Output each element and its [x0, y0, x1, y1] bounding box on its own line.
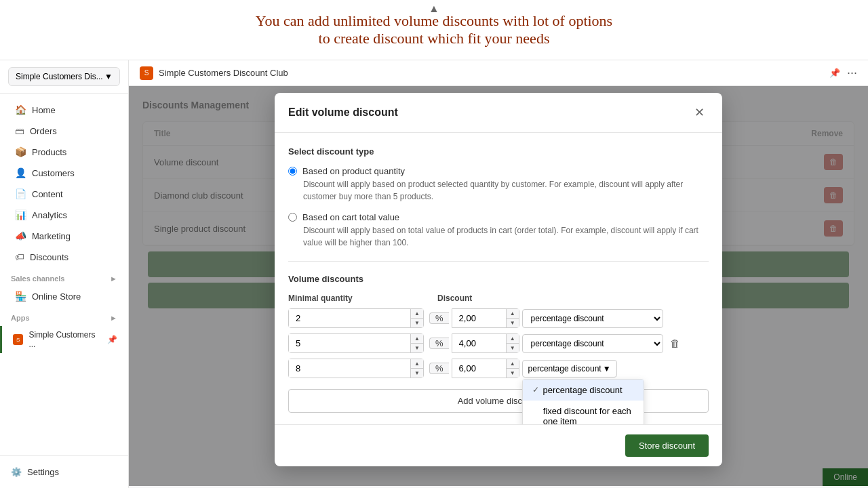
discount-val-input-2[interactable]	[452, 334, 506, 352]
select-chevron-3: ▼	[603, 364, 611, 373]
nav-label-home: Home	[32, 105, 56, 115]
more-button[interactable]: ···	[847, 66, 857, 80]
radio-product-qty[interactable]	[288, 167, 297, 176]
discount-type-select-1[interactable]: percentage discount fixed discount for e…	[522, 309, 663, 328]
min-qty-input-wrap-3: ▲ ▼	[288, 359, 424, 378]
radio-label-product-qty[interactable]: Based on product quantity	[288, 166, 709, 176]
nav-label-marketing: Marketing	[32, 231, 71, 241]
add-volume-discount-button[interactable]: Add volume discount	[288, 389, 709, 413]
min-qty-input-3[interactable]	[289, 359, 410, 378]
app-bar-left: S Simple Customers Discount Club	[140, 66, 288, 80]
sidebar-item-analytics[interactable]: 📊 Analytics	[4, 205, 124, 225]
spinner-up-3[interactable]: ▲	[411, 359, 423, 369]
nav-label-products: Products	[32, 147, 66, 157]
sidebar: Simple Customers Dis... ▼ 🏠 Home 🗃 Order…	[0, 60, 129, 488]
apps-label: Apps	[11, 314, 30, 322]
option-label-fixed-each: fixed discount for each one item	[543, 406, 634, 425]
store-selector[interactable]: Simple Customers Dis... ▼	[0, 60, 128, 94]
modal-header: Edit volume discount ✕	[275, 93, 722, 133]
spinner-disc-up-1[interactable]: ▲	[507, 309, 519, 319]
spinners-3: ▲ ▼	[410, 359, 423, 378]
discount-val-input-3[interactable]	[452, 359, 506, 378]
sidebar-item-customers[interactable]: 👤 Customers	[4, 163, 124, 183]
min-qty-label: Minimal quantity	[288, 293, 424, 303]
radio-cart-value[interactable]	[288, 213, 297, 222]
discount-val-input-1[interactable]	[452, 309, 506, 327]
apps-chevron-icon: ►	[110, 314, 117, 322]
spinner-down-2[interactable]: ▼	[411, 344, 423, 352]
spinner-down-3[interactable]: ▼	[411, 369, 423, 378]
marketing-icon: 📣	[15, 230, 26, 241]
discount-label: Discount	[437, 293, 472, 303]
discount-val-wrap-2: ▲ ▼	[452, 333, 519, 353]
spinner-up-2[interactable]: ▲	[411, 334, 423, 344]
sidebar-item-simple-customers[interactable]: S Simple Customers ... 📌	[0, 326, 128, 353]
spinner-disc-down-3[interactable]: ▼	[507, 369, 519, 378]
radio-text-cart-value: Based on cart total value	[302, 212, 399, 222]
check-icon: ✓	[532, 385, 539, 394]
discount-type-radio-group: Based on product quantity Discount will …	[288, 166, 709, 249]
modal-footer: Store discount	[275, 424, 722, 466]
radio-label-cart-value[interactable]: Based on cart total value	[288, 212, 709, 222]
app-bar: S Simple Customers Discount Club 📌 ···	[129, 60, 868, 86]
settings-item[interactable]: ⚙️ Settings	[11, 463, 117, 481]
discount-type-select-2[interactable]: percentage discount fixed discount for e…	[522, 334, 663, 353]
spinners-disc-2: ▲ ▼	[506, 334, 519, 352]
modal-close-button[interactable]: ✕	[690, 104, 709, 121]
dropdown-option-fixed-each[interactable]: fixed discount for each one item	[523, 401, 644, 425]
min-qty-input-2[interactable]	[289, 334, 410, 352]
discount-val-wrap-3: ▲ ▼	[452, 359, 519, 378]
delete-row-2-btn[interactable]: 🗑	[666, 335, 684, 352]
app-small-icon: S	[13, 334, 23, 345]
store-discount-button[interactable]: Store discount	[625, 434, 709, 457]
chevron-down-icon: ▼	[104, 72, 113, 81]
spinner-disc-up-2[interactable]: ▲	[507, 334, 519, 344]
percent-sign-3: %	[429, 363, 449, 374]
app-bar-title: Simple Customers Discount Club	[159, 68, 288, 78]
discount-type-select-3[interactable]: percentage discount ▼	[522, 360, 617, 378]
top-banner: ▲ You can add unlimited volume discounts…	[0, 0, 868, 60]
content-icon: 📄	[15, 188, 26, 199]
pin-button[interactable]: 📌	[829, 68, 840, 78]
spinner-down-1[interactable]: ▼	[411, 319, 423, 327]
min-qty-input-wrap-2: ▲ ▼	[288, 333, 424, 353]
spinner-disc-down-1[interactable]: ▼	[507, 319, 519, 327]
sidebar-item-home[interactable]: 🏠 Home	[4, 100, 124, 120]
sidebar-item-marketing[interactable]: 📣 Marketing	[4, 226, 124, 246]
sidebar-nav: 🏠 Home 🗃 Orders 📦 Products 👤 Customers 📄…	[0, 94, 128, 455]
sidebar-item-orders[interactable]: 🗃 Orders	[4, 121, 124, 141]
radio-option-product-qty: Based on product quantity Discount will …	[288, 166, 709, 203]
nav-label-discounts: Discounts	[30, 252, 68, 262]
dropdown-option-percentage[interactable]: ✓ percentage discount	[523, 380, 644, 401]
store-dropdown[interactable]: Simple Customers Dis... ▼	[8, 67, 120, 86]
modal-title: Edit volume discount	[288, 106, 398, 119]
products-icon: 📦	[15, 146, 26, 157]
volume-discount-row-2: ▲ ▼ % ▲	[288, 333, 709, 353]
radio-desc-product-qty: Discount will apply based on product sel…	[288, 178, 709, 203]
nav-label-customers: Customers	[32, 168, 75, 178]
sidebar-item-products[interactable]: 📦 Products	[4, 142, 124, 162]
spinners-2: ▲ ▼	[410, 334, 423, 352]
chevron-right-icon: ►	[110, 274, 117, 283]
modal-body: Select discount type Based on product qu…	[275, 133, 722, 424]
spinner-disc-up-3[interactable]: ▲	[507, 359, 519, 369]
percent-sign-1: %	[429, 312, 449, 324]
min-qty-input-1[interactable]	[289, 309, 410, 327]
radio-text-product-qty: Based on product quantity	[302, 166, 405, 176]
spinners-disc-1: ▲ ▼	[506, 309, 519, 327]
spinner-disc-down-2[interactable]: ▼	[507, 344, 519, 352]
chevron-up-icon: ▲	[429, 3, 439, 15]
discount-input-wrap-3: % ▲ ▼	[429, 359, 709, 378]
sidebar-item-content[interactable]: 📄 Content	[4, 184, 124, 204]
pin-icon: 📌	[107, 335, 117, 344]
apps-section: Apps ►	[0, 307, 128, 325]
sidebar-item-online-store[interactable]: 🏪 Online Store	[4, 286, 124, 306]
section2-title: Volume discounts	[288, 274, 709, 284]
spinner-up-1[interactable]: ▲	[411, 309, 423, 319]
sidebar-item-discounts[interactable]: 🏷 Discounts	[4, 247, 124, 267]
orders-icon: 🗃	[15, 125, 24, 136]
volume-discount-row-1: ▲ ▼ % ▲	[288, 308, 709, 328]
sidebar-footer: ⚙️ Settings	[0, 455, 128, 488]
page-content: Discounts Management Title Remove Volume…	[129, 86, 868, 486]
volume-discount-row-3: ▲ ▼ % ▲	[288, 359, 709, 378]
